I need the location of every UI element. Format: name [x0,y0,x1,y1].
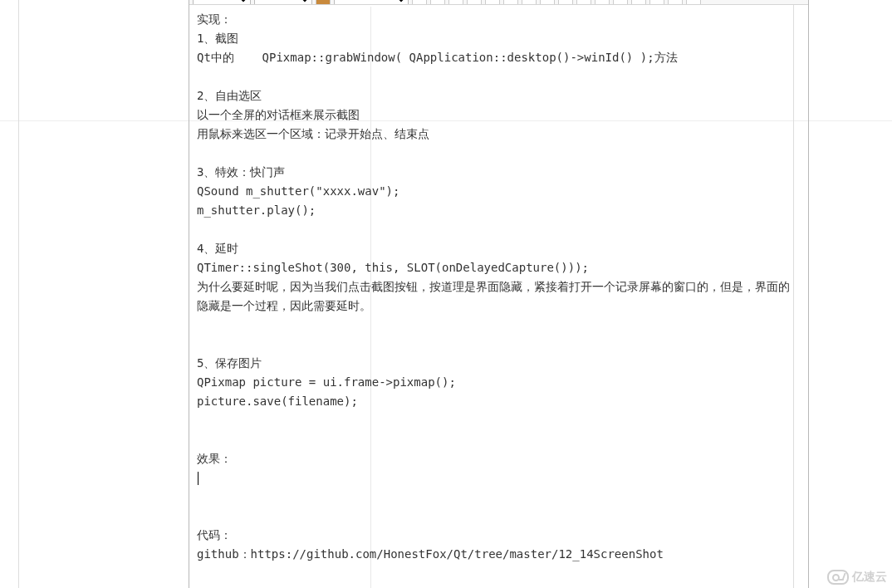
rich-text-editor: 实现：1、截图Qt中的 QPixmap::grabWindow( QApplic… [189,0,809,588]
editor-line: github：https://github.com/HonestFox/Qt/t… [197,545,801,564]
editor-line [197,67,801,86]
editor-line: 3、特效：快门声 [197,163,801,182]
editor-line: 以一个全屏的对话框来展示截图 [197,105,801,125]
watermark-text: 亿速云 [852,570,887,585]
editor-line: Qt中的 QPixmap::grabWindow( QApplication::… [197,48,801,67]
editor-line: QTimer::singleShot(300, this, SLOT(onDel… [197,258,801,277]
fullscreen-icon[interactable] [668,0,683,5]
font-color-button[interactable] [316,0,331,5]
editor-line [197,430,801,449]
align-center-icon[interactable] [503,0,518,5]
check-icon[interactable] [448,0,463,5]
align-left-icon[interactable] [485,0,500,5]
editor-line [197,220,801,239]
indent-icon[interactable] [558,0,573,5]
brush-icon[interactable] [467,0,482,5]
editor-line [197,335,801,354]
list-ol-icon[interactable] [613,0,628,5]
editor-line [197,507,801,526]
editor-line [197,411,801,430]
editor-line [197,468,801,488]
editor-line: 实现： [197,10,801,29]
editor-line: 效果： [197,449,801,468]
font-family-select[interactable] [193,0,251,5]
align-right-icon[interactable] [522,0,537,5]
code-icon[interactable] [649,0,664,5]
help-icon[interactable] [686,0,701,5]
editor-line: 4、延时 [197,239,801,258]
code-language-select[interactable] [334,0,409,5]
outdent-icon[interactable] [576,0,591,5]
editor-line: 1、截图 [197,29,801,48]
article-frame: 实现：1、截图Qt中的 QPixmap::grabWindow( QApplic… [18,0,794,588]
editor-content[interactable]: 实现：1、截图Qt中的 QPixmap::grabWindow( QApplic… [192,7,806,588]
editor-line: 代码： [197,526,801,545]
editor-toolbar [189,0,808,5]
editor-line: 用鼠标来选区一个区域：记录开始点、结束点 [197,125,801,144]
watermark: 亿速云 [827,570,887,585]
editor-line [197,488,801,507]
editor-line: m_shutter.play(); [197,201,801,220]
link-icon[interactable] [631,0,646,5]
editor-line: 2、自由选区 [197,86,801,105]
page-root: 实现：1、截图Qt中的 QPixmap::grabWindow( QApplic… [0,0,892,588]
text-cursor [198,472,198,485]
list-ul-icon[interactable] [595,0,610,5]
editor-line: 为什么要延时呢，因为当我们点击截图按钮，按道理是界面隐藏，紧接着打开一个记录屏幕… [197,277,801,316]
paste-icon[interactable] [412,0,427,5]
editor-line: QPixmap picture = ui.frame->pixmap(); [197,373,801,392]
font-size-select[interactable] [254,0,312,5]
align-justify-icon[interactable] [540,0,555,5]
watermark-logo-icon [827,570,849,585]
editor-line: QSound m_shutter("xxxx.wav"); [197,182,801,201]
editor-line [197,144,801,163]
editor-line: 5、保存图片 [197,354,801,373]
editor-line [197,316,801,335]
eraser-icon[interactable] [430,0,445,5]
editor-line: picture.save(filename); [197,392,801,411]
